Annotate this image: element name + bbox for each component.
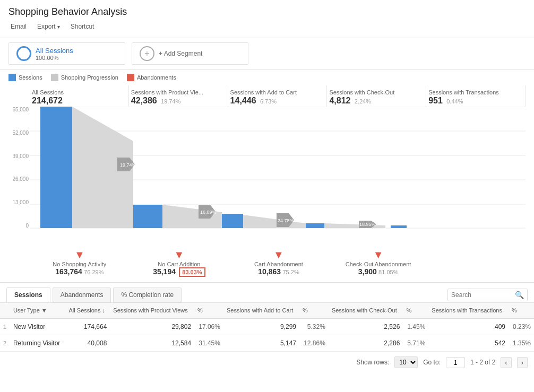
th-all-sessions[interactable]: All Sessions ↓ (66, 303, 110, 318)
tab-abandonments[interactable]: Abandonments (53, 288, 111, 302)
goto-page-input[interactable] (446, 357, 465, 368)
segments-bar: All Sessions 100.00% + + Add Segment (0, 38, 534, 69)
svg-text:19.74%: 19.74% (120, 162, 136, 168)
active-segment[interactable]: All Sessions 100.00% (8, 42, 125, 65)
page-title: Shopping Behavior Analysis (8, 6, 526, 18)
tab-completion-rate[interactable]: % Completion rate (113, 288, 182, 302)
y-label-0: 0 (8, 223, 29, 229)
legend-abandonments: Abandonments (127, 74, 176, 81)
abandon-arrow-4: ▼ (373, 249, 384, 261)
funnel-header: All Sessions 214,672 Sessions with Produ… (30, 85, 526, 107)
abandonment-checkout: ▼ Check-Out Abandonment 3,900 81.05% (329, 247, 428, 278)
svg-rect-11 (222, 214, 243, 228)
goto-label: Go to: (423, 359, 441, 366)
legend-sessions: Sessions (8, 74, 42, 81)
svg-text:24.78%: 24.78% (278, 218, 294, 223)
tab-sessions[interactable]: Sessions (6, 288, 50, 302)
all-sessions-1: 174,664 (66, 318, 110, 335)
legend-sessions-label: Sessions (19, 74, 42, 81)
th-product-views: Sessions with Product Views (110, 303, 194, 318)
funnel-header-checkout: Sessions with Check-Out 4,812 2.24% (327, 85, 426, 107)
svg-marker-10 (162, 205, 222, 228)
abandon-arrow-2: ▼ (174, 249, 184, 261)
export-button[interactable]: Export (35, 22, 62, 31)
abandon-arrow-3: ▼ (273, 249, 284, 261)
co-pct-1: 1.45% (403, 318, 428, 335)
th-user-type[interactable]: User Type ▼ (10, 303, 66, 318)
svg-rect-13 (306, 223, 324, 228)
th-add-cart: Sessions with Add to Cart (223, 303, 299, 318)
toolbar: Email Export Shortcut (8, 22, 526, 31)
tr-pct-2: 1.35% (509, 335, 534, 352)
row-num-2: 2 (0, 335, 10, 352)
th-co-pct: % (403, 303, 428, 318)
all-sessions-2: 40,008 (66, 335, 110, 352)
rows-per-page-select[interactable]: 10 25 50 (394, 356, 418, 368)
add-segment-button[interactable]: + + Add Segment (132, 42, 248, 65)
legend-abandonments-label: Abandonments (137, 74, 176, 81)
funnel-header-all-sessions: All Sessions 214,672 (30, 85, 129, 107)
funnel-svg: 19.74% 16.09% 24.78% 18.95% (30, 107, 526, 229)
table-row: 1 New Visitor 174,664 29,802 17.06% 9,29… (0, 318, 534, 335)
th-transactions: Sessions with Transactions (428, 303, 509, 318)
funnel-header-transactions: Sessions with Transactions 951 0.44% (426, 85, 526, 107)
co-pct-2: 5.71% (403, 335, 428, 352)
user-type-2: Returning Visitor (10, 335, 66, 352)
table-header-row: User Type ▼ All Sessions ↓ Sessions with… (0, 303, 534, 318)
abandon-value-3: 10,863 (258, 267, 281, 276)
checkout-1: 2,526 (329, 318, 403, 335)
segment-text: All Sessions 100.00% (36, 47, 73, 61)
abandon-name-3: Cart Abandonment (254, 261, 303, 267)
abandon-pct-1: 76.29% (84, 269, 104, 275)
next-page-button[interactable]: › (517, 357, 528, 368)
funnel-header-product-views: Sessions with Product Vie... 42,386 19.7… (129, 85, 228, 107)
ac-pct-2: 12.86% (299, 335, 329, 352)
abandonment-empty (428, 247, 526, 278)
svg-text:18.95%: 18.95% (359, 222, 376, 227)
search-input[interactable] (451, 291, 515, 299)
segment-circle-icon (16, 46, 31, 61)
email-button[interactable]: Email (8, 22, 29, 31)
add-segment-icon: + (140, 46, 154, 61)
sessions-color-swatch (8, 74, 16, 81)
chart-legend: Sessions Shopping Progression Abandonmen… (0, 69, 534, 85)
add-cart-2: 5,147 (223, 335, 299, 352)
checkout-2: 2,286 (329, 335, 403, 352)
transactions-2: 542 (428, 335, 509, 352)
pv-pct-1: 17.06% (194, 318, 223, 335)
abandonment-cart: ▼ Cart Abandonment 10,863 75.2% (229, 247, 329, 278)
svg-text:16.09%: 16.09% (200, 210, 217, 215)
funnel-header-add-to-cart: Sessions with Add to Cart 14,446 6.73% (228, 85, 328, 107)
abandon-pct-2-highlighted: 83.03% (179, 267, 205, 277)
show-rows-label: Show rows: (356, 359, 389, 366)
svg-rect-9 (133, 205, 162, 228)
abandonment-no-cart: ▼ No Cart Addition 35,194 83.03% (130, 247, 229, 278)
table-row: 2 Returning Visitor 40,008 12,584 31.45%… (0, 335, 534, 352)
abandon-name-1: No Shopping Activity (53, 261, 106, 267)
th-pv-pct: % (194, 303, 223, 318)
shortcut-button[interactable]: Shortcut (68, 22, 97, 31)
prev-page-button[interactable]: ‹ (501, 357, 511, 368)
search-box[interactable]: 🔍 (447, 289, 528, 301)
segment-percent: 100.00% (36, 55, 73, 61)
chart-area: 65,000 52,000 39,000 26,000 13,000 0 (30, 107, 526, 245)
y-axis: 65,000 52,000 39,000 26,000 13,000 0 (8, 107, 29, 229)
abandonments-color-swatch (127, 74, 134, 81)
y-label-39000: 39,000 (8, 153, 29, 159)
add-segment-label: + Add Segment (159, 50, 202, 57)
y-label-65000: 65,000 (8, 107, 29, 112)
y-label-52000: 52,000 (8, 130, 29, 136)
svg-rect-7 (40, 107, 72, 228)
abandon-value-4: 3,900 (358, 267, 377, 276)
abandon-pct-3: 75.2% (282, 269, 299, 275)
abandon-pct-4: 81.05% (378, 269, 398, 275)
progression-color-swatch (51, 74, 58, 81)
product-views-1: 29,802 (110, 318, 194, 335)
th-row-num (0, 303, 10, 318)
svg-marker-14 (324, 223, 385, 228)
search-icon: 🔍 (515, 291, 524, 299)
pv-pct-2: 31.45% (194, 335, 223, 352)
tr-pct-1: 0.23% (509, 318, 534, 335)
abandon-value-2: 35,194 (153, 267, 176, 276)
add-cart-1: 9,299 (223, 318, 299, 335)
